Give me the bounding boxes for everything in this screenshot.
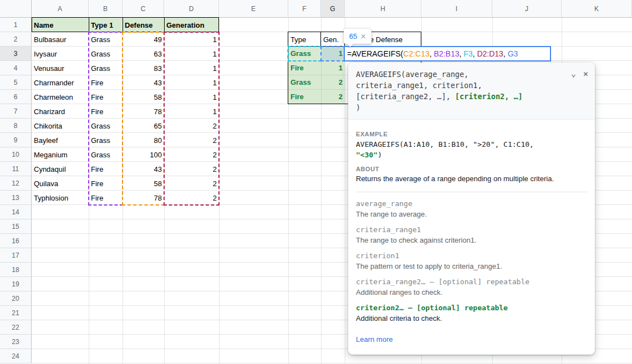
table-border bbox=[123, 17, 123, 32]
parameter-name: criteria_range2… – [optional] repeatable bbox=[356, 276, 587, 288]
row-header-14[interactable]: 14 bbox=[0, 205, 32, 219]
cell-header-type-1[interactable]: Type 1 bbox=[89, 18, 123, 32]
cell-G5[interactable]: 2 bbox=[321, 75, 345, 90]
table-border bbox=[89, 17, 89, 32]
row-header-16[interactable]: 16 bbox=[0, 234, 32, 248]
row-header-22[interactable]: 22 bbox=[0, 320, 32, 335]
learn-more-link[interactable]: Learn more bbox=[356, 335, 393, 344]
cell-A7[interactable]: Charizard bbox=[32, 104, 89, 119]
range-highlight-F3 bbox=[288, 46, 322, 61]
range-highlight-D2-D13 bbox=[164, 32, 220, 206]
cell-A9[interactable]: Bayleef bbox=[32, 133, 89, 147]
row-header-12[interactable]: 12 bbox=[0, 176, 32, 191]
cell-summary-header-1[interactable]: Type bbox=[288, 32, 321, 47]
cell-G6[interactable]: 2 bbox=[321, 90, 345, 104]
table-border bbox=[288, 32, 288, 104]
formula-input[interactable]: =AVERAGEIFS(C2:C13, B2:B13, F3, D2:D13, … bbox=[344, 46, 551, 61]
column-header-E[interactable]: E bbox=[219, 0, 288, 18]
column-header-G[interactable]: G bbox=[321, 0, 345, 18]
row-header-6[interactable]: 6 bbox=[0, 90, 32, 104]
cell-A12[interactable]: Quilava bbox=[32, 176, 89, 191]
cell-F5[interactable]: Grass bbox=[288, 75, 321, 90]
parameter-description: Additional criteria to check. bbox=[356, 314, 587, 324]
formula-part: F3 bbox=[463, 49, 472, 58]
signature-token: ) bbox=[356, 103, 360, 112]
range-highlight-G3 bbox=[320, 46, 345, 61]
cell-A11[interactable]: Cyndaquil bbox=[32, 162, 89, 176]
column-header-C[interactable]: C bbox=[123, 0, 164, 18]
parameter-entry: criteria_range1The range to check agains… bbox=[356, 224, 587, 245]
column-header-A[interactable]: A bbox=[32, 0, 89, 18]
range-highlight-B2-B13 bbox=[88, 32, 123, 206]
column-header-H[interactable]: H bbox=[345, 0, 421, 18]
collapse-icon[interactable]: ⌄ bbox=[571, 69, 576, 79]
about-text: Returns the average of a range depending… bbox=[356, 174, 587, 184]
example-line: AVERAGEIFS(A1:A10, B1:B10, ">20", C1:C10… bbox=[356, 139, 587, 150]
row-header-23[interactable]: 23 bbox=[0, 335, 32, 349]
formula-part: C2:C13 bbox=[403, 49, 429, 58]
example-token: "<30" bbox=[356, 151, 378, 159]
function-signature: ⌄ ✕ AVERAGEIFS(average_range,criteria_ra… bbox=[348, 63, 595, 120]
row-header-10[interactable]: 10 bbox=[0, 147, 32, 162]
row-header-4[interactable]: 4 bbox=[0, 61, 32, 75]
signature-token: [criterion2, …] bbox=[455, 92, 523, 101]
column-header-I[interactable]: I bbox=[421, 0, 492, 18]
cell-F6[interactable]: Fire bbox=[288, 90, 321, 104]
row-header-8[interactable]: 8 bbox=[0, 119, 32, 133]
cell-A4[interactable]: Venusaur bbox=[32, 61, 89, 75]
column-header-D[interactable]: D bbox=[164, 0, 219, 18]
row-header-18[interactable]: 18 bbox=[0, 263, 32, 277]
row-header-9[interactable]: 9 bbox=[0, 133, 32, 147]
table-border bbox=[32, 17, 219, 18]
cell-header-name[interactable]: Name bbox=[32, 18, 89, 32]
example-line: "<30") bbox=[356, 150, 587, 160]
parameter-name: criteria_range1 bbox=[356, 224, 587, 235]
close-icon[interactable]: ✕ bbox=[583, 69, 588, 79]
cell-G4[interactable]: 1 bbox=[321, 61, 345, 75]
example-token: AVERAGEIFS(A1:A10, B1:B10, ">20", C1:C10… bbox=[356, 140, 534, 148]
preview-close-icon[interactable]: ✕ bbox=[360, 33, 366, 40]
parameter-entry: criterion2… – [optional] repeatableAddit… bbox=[356, 303, 587, 324]
formula-part: B2:B13 bbox=[434, 49, 460, 58]
column-header-F[interactable]: F bbox=[288, 0, 321, 18]
cell-A6[interactable]: Charmeleon bbox=[32, 90, 89, 104]
formula-result-preview: 65 ✕ bbox=[344, 29, 371, 44]
about-label: ABOUT bbox=[356, 166, 587, 172]
row-header-3[interactable]: 3 bbox=[0, 47, 32, 61]
column-header-J[interactable]: J bbox=[492, 0, 562, 18]
row-header-13[interactable]: 13 bbox=[0, 191, 32, 205]
select-all-corner[interactable] bbox=[0, 0, 32, 18]
gridline-vertical bbox=[345, 18, 345, 364]
row-header-1[interactable]: 1 bbox=[0, 18, 32, 32]
spreadsheet: ABCDEFGHIJK 1234567891011121314151617181… bbox=[0, 0, 632, 364]
row-header-21[interactable]: 21 bbox=[0, 306, 32, 320]
cell-F4[interactable]: Fire bbox=[288, 61, 321, 75]
column-header-B[interactable]: B bbox=[89, 0, 123, 18]
parameter-description: Additional ranges to check. bbox=[356, 288, 587, 298]
row-header-17[interactable]: 17 bbox=[0, 248, 32, 263]
cell-summary-header-2[interactable]: Gen. bbox=[321, 32, 345, 47]
cell-header-generation[interactable]: Generation bbox=[164, 18, 219, 32]
row-header-20[interactable]: 20 bbox=[0, 291, 32, 306]
popup-divider bbox=[356, 192, 587, 192]
formula-part: , bbox=[430, 49, 434, 58]
parameter-entry: average_rangeThe range to average. bbox=[356, 198, 587, 219]
cell-A2[interactable]: Bulbasaur bbox=[32, 32, 89, 47]
row-header-15[interactable]: 15 bbox=[0, 219, 32, 234]
cell-A8[interactable]: Chikorita bbox=[32, 119, 89, 133]
row-header-5[interactable]: 5 bbox=[0, 75, 32, 90]
row-header-2[interactable]: 2 bbox=[0, 32, 32, 47]
cell-A5[interactable]: Charmander bbox=[32, 75, 89, 90]
column-header-K[interactable]: K bbox=[562, 0, 632, 18]
row-header-7[interactable]: 7 bbox=[0, 104, 32, 119]
example-code: AVERAGEIFS(A1:A10, B1:B10, ">20", C1:C10… bbox=[356, 139, 587, 160]
table-border bbox=[32, 17, 32, 32]
row-header-24[interactable]: 24 bbox=[0, 349, 32, 363]
row-header-19[interactable]: 19 bbox=[0, 277, 32, 291]
cell-header-defense[interactable]: Defense bbox=[123, 18, 164, 32]
cell-A3[interactable]: Ivysaur bbox=[32, 47, 89, 61]
row-header-11[interactable]: 11 bbox=[0, 162, 32, 176]
parameter-name: criterion1 bbox=[356, 250, 587, 262]
cell-A10[interactable]: Meganium bbox=[32, 147, 89, 162]
cell-A13[interactable]: Typhlosion bbox=[32, 191, 89, 205]
